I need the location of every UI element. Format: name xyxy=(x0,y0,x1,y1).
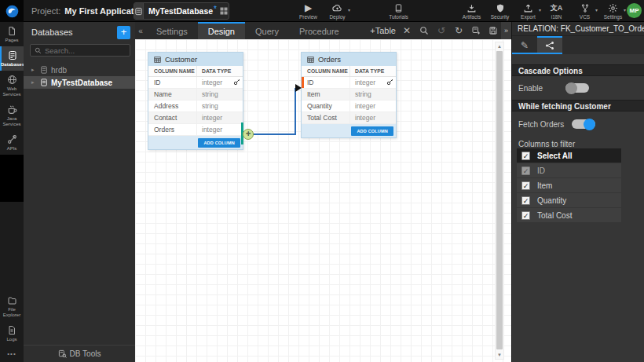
filter-row-select-all[interactable]: ✓ Select All xyxy=(517,148,621,163)
table-icon xyxy=(306,56,315,64)
zoom-search-icon[interactable] xyxy=(418,26,430,35)
fetch-orders-toggle[interactable] xyxy=(572,119,595,129)
editor-tab-bar: « Settings Design Query Procedure +Table… xyxy=(135,22,511,39)
table-footer: ADD COLUMN xyxy=(302,124,396,137)
undo-icon[interactable]: ↺ xyxy=(435,25,448,36)
database-icon xyxy=(40,79,48,86)
filter-row-id[interactable]: ✓ ID xyxy=(517,163,621,177)
table-row[interactable]: Total Cost integer xyxy=(302,112,396,124)
open-artifact-tab[interactable]: MyTestDatabase * xyxy=(134,2,229,20)
db-sync-icon[interactable] xyxy=(470,26,482,35)
design-canvas[interactable]: Customer COLUMN NAME DATA TYPE ID intege… xyxy=(135,39,511,362)
tree-item-hrdb[interactable]: ▸ hrdb xyxy=(24,64,135,76)
play-icon: ▶ xyxy=(305,3,312,13)
artifact-list-icon[interactable] xyxy=(219,6,229,16)
database-icon xyxy=(8,50,17,60)
add-column-button[interactable]: ADD COLUMN xyxy=(198,138,240,148)
project-label: Project: xyxy=(31,6,60,16)
add-column-button[interactable]: ADD COLUMN xyxy=(351,126,393,136)
table-row-fk-target[interactable]: ID integer xyxy=(302,77,396,89)
security-button[interactable]: Security xyxy=(488,2,511,20)
table-row[interactable]: Address string xyxy=(148,101,243,112)
filter-row-total-cost[interactable]: ✓ Total Cost xyxy=(517,208,621,222)
table-customer[interactable]: Customer COLUMN NAME DATA TYPE ID intege… xyxy=(148,52,243,150)
expand-arrow-icon[interactable]: ▸ xyxy=(31,79,37,86)
filter-row-item[interactable]: ✓ Item xyxy=(517,178,621,192)
branch-icon xyxy=(580,3,590,13)
table-header[interactable]: Customer xyxy=(148,53,243,66)
toggle-knob xyxy=(584,119,595,130)
rail-item-databases[interactable]: Databases xyxy=(0,46,24,71)
column-header-row: COLUMN NAME DATA TYPE xyxy=(148,66,243,77)
table-orders[interactable]: Orders COLUMN NAME DATA TYPE ID integer … xyxy=(301,52,397,138)
expand-arrow-icon[interactable]: ▸ xyxy=(31,67,37,73)
checkbox-icon[interactable]: ✓ xyxy=(521,211,530,220)
rail-item-web-services[interactable]: Web Services xyxy=(0,71,24,101)
table-row[interactable]: Item string xyxy=(302,89,396,101)
tab-query[interactable]: Query xyxy=(245,22,289,39)
more-icon[interactable]: ••• xyxy=(0,346,24,360)
design-toolbar: +Table ✕ ↺ ↻ xyxy=(370,22,501,39)
search-input[interactable] xyxy=(45,46,123,55)
globe-icon xyxy=(7,75,17,85)
scroll-down-icon[interactable]: ▼ xyxy=(496,351,503,359)
tree-item-mytestdatabase[interactable]: ▸ MyTestDatabase xyxy=(24,76,135,89)
canvas-vertical-scrollbar[interactable]: ▲ ▼ xyxy=(495,42,504,360)
rail-item-pages[interactable]: Pages xyxy=(0,22,24,46)
unsaved-indicator: * xyxy=(214,5,217,13)
deploy-button[interactable]: Deploy ▾ xyxy=(326,2,349,20)
save-icon[interactable] xyxy=(487,26,499,35)
rail-item-apis[interactable]: APIs xyxy=(0,130,24,155)
tab-design[interactable]: Design xyxy=(198,22,245,39)
app-logo[interactable] xyxy=(0,0,24,22)
gear-icon xyxy=(608,3,618,13)
db-tools-button[interactable]: DB Tools xyxy=(24,345,135,362)
filter-row-quantity[interactable]: ✓ Quantity xyxy=(517,193,621,207)
tab-procedure[interactable]: Procedure xyxy=(289,22,349,39)
checkbox-icon[interactable]: ✓ xyxy=(521,181,530,190)
settings-button[interactable]: Settings ▾ xyxy=(602,2,624,20)
caret-down-icon: ▾ xyxy=(348,7,350,13)
wavemaker-studio: Project: My First Application ❯ MyTestDa… xyxy=(0,0,644,362)
caret-down-icon: ▾ xyxy=(539,7,541,13)
table-row[interactable]: Orders integer xyxy=(148,124,243,136)
table-row[interactable]: Quantity integer xyxy=(302,101,396,112)
checkbox-icon[interactable]: ✓ xyxy=(521,196,530,205)
user-avatar[interactable]: MP xyxy=(627,3,642,18)
fetch-orders-row: Fetch Orders xyxy=(512,112,644,137)
table-title: Customer xyxy=(165,55,197,64)
rail-spacer xyxy=(0,155,24,202)
databases-panel: Databases + ▸ hrdb ▸ MyTestDatabase DB T… xyxy=(24,22,135,362)
artifacts-button[interactable]: Artifacts xyxy=(460,2,483,20)
i18n-button[interactable]: 文A i18N xyxy=(545,2,568,20)
rail-item-logs[interactable]: Logs xyxy=(0,321,24,346)
preview-button[interactable]: ▶ Preview xyxy=(297,2,320,20)
relation-drag-handle[interactable]: ✛ xyxy=(243,129,254,140)
database-search[interactable] xyxy=(30,44,130,57)
table-row[interactable]: Name string xyxy=(148,89,243,101)
scrollbar-thumb[interactable] xyxy=(496,51,503,349)
tutorials-button[interactable]: Tutorials xyxy=(387,2,410,20)
tab-edit-relation[interactable]: ✎ xyxy=(512,36,537,53)
enable-toggle[interactable] xyxy=(565,83,589,93)
scroll-up-icon[interactable]: ▲ xyxy=(496,42,503,50)
expand-right-panel-button[interactable]: » xyxy=(501,22,511,39)
artifact-tab-label[interactable]: MyTestDatabase xyxy=(144,6,213,16)
delete-icon[interactable]: ✕ xyxy=(401,25,413,36)
collapse-panel-button[interactable]: « xyxy=(135,22,146,39)
table-header[interactable]: Orders xyxy=(302,53,396,66)
table-row[interactable]: ID integer xyxy=(148,77,243,89)
add-table-button[interactable]: +Table xyxy=(370,26,396,35)
tab-settings[interactable]: Settings xyxy=(146,22,198,39)
redo-icon[interactable]: ↻ xyxy=(452,25,465,36)
vcs-button[interactable]: VCS ▾ xyxy=(573,2,596,20)
table-row[interactable]: Contact integer xyxy=(148,112,243,124)
tab-relation-options[interactable] xyxy=(537,36,562,53)
rail-item-java-services[interactable]: Java Services xyxy=(0,101,24,130)
table-icon xyxy=(153,56,162,64)
export-icon xyxy=(523,3,533,13)
checkbox-icon[interactable]: ✓ xyxy=(521,152,530,160)
add-database-button[interactable]: + xyxy=(117,26,130,39)
rail-item-file-explorer[interactable]: File Explorer xyxy=(0,292,24,321)
export-button[interactable]: Export ▾ xyxy=(517,2,540,20)
